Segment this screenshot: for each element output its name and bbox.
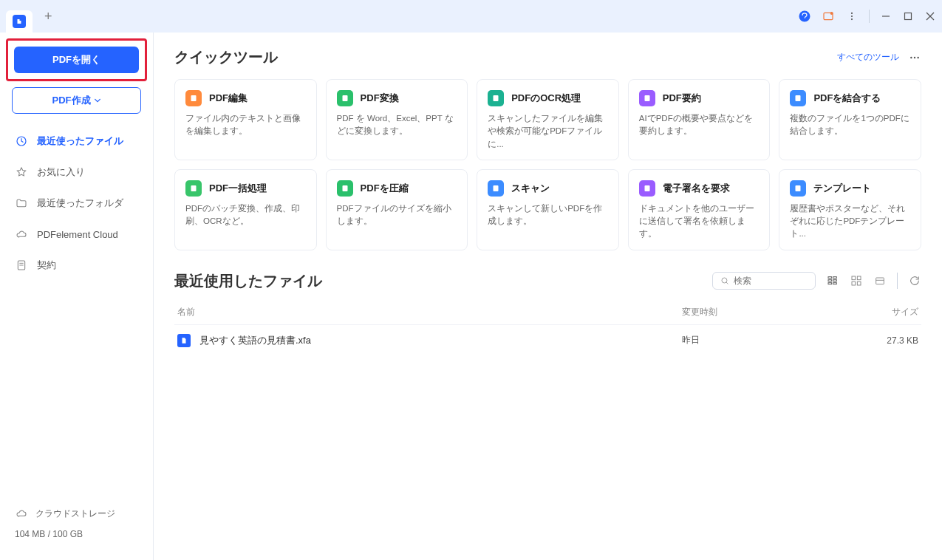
- svg-point-1: [799, 11, 810, 22]
- svg-rect-19: [342, 95, 347, 101]
- tool-title: PDF要約: [663, 92, 701, 105]
- tool-desc: スキャンして新しいPDFを作成します。: [488, 202, 608, 228]
- search-input[interactable]: [734, 276, 808, 286]
- svg-rect-27: [796, 185, 801, 191]
- folder-icon: [15, 197, 28, 210]
- tool-desc: 履歴書やポスターなど、それぞれに応じたPDFテンプレート...: [790, 202, 910, 241]
- svg-rect-39: [857, 281, 861, 285]
- more-menu-icon[interactable]: [845, 10, 859, 23]
- tool-card[interactable]: 電子署名を要求 ドキュメントを他のユーザーに送信して署名を依頼します。: [628, 169, 771, 250]
- maximize-button[interactable]: [902, 10, 914, 22]
- sidebar-item-label: お気に入り: [37, 165, 85, 179]
- sidebar-item-label: 最近使ったフォルダ: [37, 197, 123, 210]
- notification-icon[interactable]: [822, 10, 835, 23]
- open-pdf-highlight: PDFを開く: [6, 38, 147, 81]
- svg-rect-33: [833, 277, 837, 279]
- file-name-cell: 見やすく英語の見積書.xfa: [177, 334, 682, 347]
- recent-header: 最近使用したファイル: [174, 271, 921, 291]
- col-name: 名前: [177, 306, 682, 318]
- tool-card[interactable]: スキャン スキャンして新しいPDFを作成します。: [477, 169, 619, 250]
- app-tab[interactable]: [6, 10, 33, 33]
- svg-rect-32: [828, 283, 832, 284]
- create-pdf-button[interactable]: PDF作成: [12, 87, 141, 114]
- tool-title: PDFを圧縮: [361, 182, 409, 195]
- tool-icon: [790, 90, 806, 106]
- table-row[interactable]: 見やすく英語の見積書.xfa 昨日 27.3 KB: [174, 325, 921, 356]
- sidebar-item-label: PDFelement Cloud: [37, 229, 118, 240]
- tool-icon: [185, 180, 202, 197]
- svg-rect-23: [191, 185, 197, 191]
- cloud-storage-label: クラウドストレージ: [35, 508, 115, 520]
- tool-title: PDF一括処理: [209, 182, 267, 195]
- recent-section: 最近使用したファイル: [174, 271, 921, 356]
- recent-files-title: 最近使用したファイル: [174, 271, 322, 291]
- tool-card[interactable]: PDF要約 AIでPDFの概要や要点などを要約します。: [628, 79, 771, 160]
- sidebar-item-favorites[interactable]: お気に入り: [0, 157, 153, 188]
- clock-icon: [15, 134, 28, 148]
- titlebar: +: [0, 0, 942, 33]
- tool-desc: AIでPDFの概要や要点などを要約します。: [639, 112, 760, 138]
- sidebar: PDFを開く PDF作成 最近使ったファイル お気に入り 最近使ったフォルダ: [0, 33, 154, 560]
- file-size-cell: 27.3 KB: [830, 335, 918, 346]
- sidebar-item-label: 契約: [37, 259, 56, 272]
- tool-icon: [639, 180, 655, 197]
- quick-tools-header: クイックツール すべてのツール: [174, 47, 921, 67]
- tool-title: スキャン: [511, 182, 550, 195]
- refresh-icon[interactable]: [908, 274, 921, 287]
- tool-card[interactable]: PDFを圧縮 PDFファイルのサイズを縮小します。: [326, 169, 468, 250]
- tool-title: PDFを結合する: [813, 92, 881, 105]
- all-tools-link[interactable]: すべてのツール: [837, 51, 899, 64]
- close-button[interactable]: [924, 10, 936, 22]
- svg-point-6: [851, 18, 853, 20]
- tool-title: PDFのOCR処理: [511, 92, 581, 105]
- sidebar-item-cloud[interactable]: PDFelement Cloud: [0, 219, 153, 250]
- new-tab-button[interactable]: +: [38, 9, 58, 24]
- tool-desc: PDF を Word、Excel、PPT などに変換します。: [337, 112, 457, 138]
- cloud-icon: [15, 228, 28, 241]
- sidebar-item-contracts[interactable]: 契約: [0, 250, 153, 281]
- tool-card[interactable]: PDF一括処理 PDFのバッチ変換、作成、印刷、OCRなど。: [174, 169, 317, 250]
- col-size: サイズ: [830, 306, 918, 318]
- svg-rect-21: [644, 95, 649, 101]
- grid-view-icon[interactable]: [850, 274, 863, 287]
- tool-title: テンプレート: [813, 182, 871, 195]
- tool-card[interactable]: PDFを結合する 複数のファイルを1つのPDFに結合します。: [779, 79, 921, 160]
- help-icon[interactable]: [798, 10, 811, 23]
- tool-icon: [790, 180, 806, 197]
- tool-desc: ドキュメントを他のユーザーに送信して署名を依頼します。: [639, 202, 760, 241]
- storage-usage: 104 MB / 100 GB: [0, 526, 153, 542]
- divider: [869, 10, 870, 23]
- tool-card[interactable]: PDFのOCR処理 スキャンしたファイルを編集や検索が可能なPDFファイルに..…: [477, 79, 619, 160]
- tool-icon: [488, 180, 504, 197]
- tool-icon: [185, 90, 202, 106]
- tool-desc: PDFファイルのサイズを縮小します。: [337, 202, 457, 228]
- sidebar-item-recent-files[interactable]: 最近使ったファイル: [0, 126, 153, 157]
- svg-rect-20: [494, 95, 499, 101]
- recent-table-head: 名前 変更時刻 サイズ: [174, 300, 921, 325]
- svg-point-17: [917, 56, 918, 58]
- titlebar-right: [798, 10, 936, 23]
- more-horiz-icon[interactable]: [908, 51, 921, 64]
- sidebar-item-recent-folders[interactable]: 最近使ったフォルダ: [0, 188, 153, 219]
- sidebar-bottom: クラウドストレージ 104 MB / 100 GB: [0, 495, 153, 554]
- cloud-storage-link[interactable]: クラウドストレージ: [0, 501, 153, 526]
- svg-point-28: [722, 278, 727, 283]
- svg-rect-34: [833, 280, 837, 281]
- svg-rect-35: [833, 283, 837, 284]
- list-view-icon[interactable]: [826, 274, 839, 287]
- tool-card[interactable]: PDF変換 PDF を Word、Excel、PPT などに変換します。: [326, 79, 468, 160]
- search-box[interactable]: [712, 272, 816, 290]
- open-folder-icon[interactable]: [873, 274, 887, 287]
- svg-point-15: [910, 56, 912, 58]
- tool-desc: スキャンしたファイルを編集や検索が可能なPDFファイルに...: [488, 112, 608, 151]
- main-content: クイックツール すべてのツール PDF編集 ファイル内のテキストと画像を編集しま…: [154, 33, 942, 560]
- open-pdf-button[interactable]: PDFを開く: [14, 47, 139, 73]
- svg-rect-40: [876, 278, 884, 284]
- svg-rect-25: [494, 185, 499, 191]
- recent-table-body: 見やすく英語の見積書.xfa 昨日 27.3 KB: [174, 325, 921, 356]
- svg-point-3: [830, 12, 833, 15]
- minimize-button[interactable]: [880, 10, 892, 22]
- tool-card[interactable]: テンプレート 履歴書やポスターなど、それぞれに応じたPDFテンプレート...: [779, 169, 921, 250]
- tool-card[interactable]: PDF編集 ファイル内のテキストと画像を編集します。: [174, 79, 317, 160]
- tool-icon: [488, 90, 504, 106]
